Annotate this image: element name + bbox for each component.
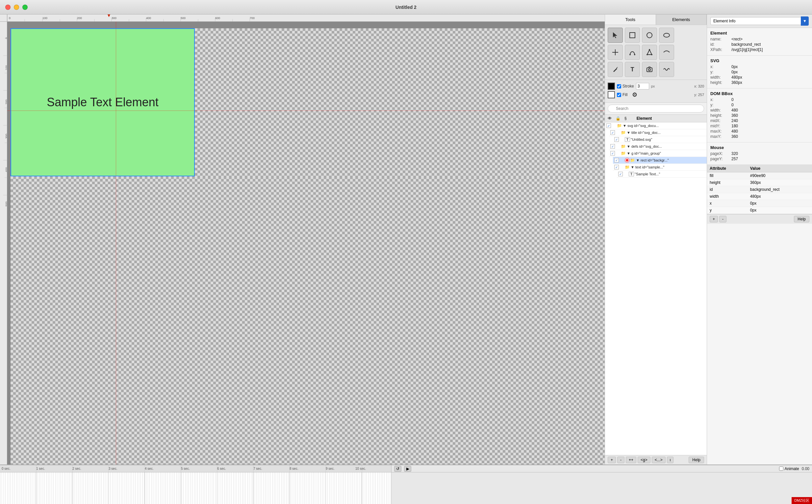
canvas-container[interactable]: 0 100 200 300 400 500 600 700 — [0, 14, 605, 465]
svg-width-value: 480px — [731, 75, 742, 80]
el-checkbox[interactable] — [610, 151, 615, 156]
tool-row-3: T — [608, 62, 704, 77]
fill-color-swatch[interactable] — [608, 91, 615, 98]
circle-tool[interactable] — [642, 28, 657, 43]
timeline-label-0: 0 sec. — [2, 467, 11, 470]
timeline-right: ↺ ▶ Animate 0.00 — [392, 465, 812, 504]
el-checkbox[interactable] — [618, 172, 623, 176]
text-tool-icon: T — [631, 66, 634, 73]
el-label: "Sample Text..." — [635, 172, 705, 176]
list-item[interactable]: 📁 ▼ rect id="backgr..." — [613, 157, 707, 164]
id-value: background_rect — [731, 42, 761, 47]
list-item[interactable]: T "Sample Text..." — [617, 171, 707, 178]
el-checkbox[interactable] — [614, 158, 619, 163]
remove-attr-button[interactable]: - — [719, 216, 726, 222]
bbox-y-value: 0 — [731, 103, 734, 107]
help-button[interactable]: Help — [689, 457, 704, 463]
stroke-color-swatch[interactable] — [608, 83, 615, 90]
timeline-label-2: 2 sec. — [72, 467, 81, 470]
attr-row[interactable]: fill#90ee90 — [707, 172, 812, 179]
attr-row[interactable]: x0px — [707, 200, 812, 207]
el-label: ▼ text id="sample..." — [631, 165, 705, 169]
svg-point-46 — [634, 54, 635, 55]
search-input[interactable] — [608, 105, 704, 113]
main-layout: 0 100 200 300 400 500 600 700 — [0, 14, 812, 504]
list-item[interactable]: 📁 ▼ g id="main_group" — [609, 150, 707, 157]
text-tool[interactable]: T — [625, 62, 640, 77]
ruler-top-svg: 0 100 200 300 400 500 600 700 — [7, 14, 605, 22]
attr-key-cell: x — [707, 200, 748, 207]
ellipse-tool[interactable] — [659, 28, 674, 43]
timeline-content[interactable]: // We'll generate these via JS below — [0, 472, 391, 504]
canvas-drawing-area[interactable]: Sample Text Element — [7, 22, 605, 465]
node2-tool[interactable] — [642, 45, 657, 60]
svg-y-row: y: 0px — [710, 70, 809, 74]
stroke-width-input[interactable] — [636, 83, 649, 89]
list-item[interactable]: T "Untitled.svg" — [613, 136, 707, 143]
attr-row[interactable]: width480px — [707, 193, 812, 200]
animate-checkbox[interactable] — [779, 466, 783, 471]
el-text-icon: T — [625, 137, 630, 142]
el-checkbox[interactable] — [610, 144, 615, 149]
stroke-checkbox[interactable] — [617, 84, 621, 88]
maximize-button[interactable] — [22, 5, 28, 10]
bbox-width-value: 480 — [731, 108, 738, 113]
value-col-header: Value — [748, 165, 812, 172]
replay-button[interactable]: ↺ — [394, 466, 401, 472]
fill-label: Fill — [622, 92, 627, 97]
attr-row[interactable]: y0px — [707, 207, 812, 214]
tab-tools[interactable]: Tools — [605, 14, 656, 25]
el-text-icon: T — [629, 172, 634, 176]
el-checkbox[interactable] — [614, 165, 619, 169]
close-button[interactable] — [5, 5, 11, 10]
node-tool[interactable] — [625, 45, 640, 60]
bbox-maxY-row: maxY: 360 — [710, 134, 809, 139]
attr-row[interactable]: height360px — [707, 179, 812, 186]
minimize-button[interactable] — [14, 5, 19, 10]
bbox-width-key: width: — [710, 108, 730, 113]
info-help-button[interactable]: Help — [794, 216, 809, 222]
remove-element-button[interactable]: - — [617, 457, 624, 463]
svg-point-47 — [647, 54, 648, 55]
pencil-tool[interactable] — [608, 62, 623, 77]
list-item[interactable]: 📁 ▼ title id="svg_doc... — [609, 129, 707, 136]
attributes-section: Attribute Value fill#90ee90height360pxid… — [707, 165, 812, 214]
svg-text:500: 500 — [181, 16, 186, 20]
ruler-left: 0 100 200 300 400 500 — [0, 22, 7, 465]
add-group-button[interactable]: ++ — [626, 457, 636, 463]
add-attr-button[interactable]: + — [710, 216, 718, 222]
add-dots-button[interactable]: <...> — [652, 457, 666, 463]
fill-checkbox[interactable] — [617, 93, 621, 97]
camera-tool[interactable] — [642, 62, 657, 77]
svg-point-41 — [647, 33, 652, 38]
list-item[interactable]: 📁 ▼ defs id="svg_doc... — [609, 143, 707, 150]
el-checkbox[interactable] — [610, 130, 615, 135]
list-item[interactable]: 📁 ▼ svg id="svg_docu... — [605, 122, 707, 129]
bbox-midY-value: 180 — [731, 124, 738, 128]
rect-tool[interactable] — [625, 28, 640, 43]
info-dropdown[interactable]: Element Info — [710, 17, 801, 25]
play-button[interactable]: ▶ — [404, 466, 411, 472]
add-g-button[interactable]: <g> — [638, 457, 650, 463]
el-label: ▼ g id="main_group" — [627, 151, 705, 155]
timeline-label-1: 1 sec. — [36, 467, 45, 470]
select-tool[interactable] — [608, 28, 623, 43]
bbox-width-row: width: 480 — [710, 108, 809, 113]
crosshair-vertical — [116, 22, 116, 465]
tab-elements[interactable]: Elements — [656, 14, 707, 25]
list-item[interactable]: 📁 ▼ text id="sample..." — [613, 164, 707, 171]
wave-tool[interactable] — [659, 62, 674, 77]
i-button[interactable]: ι — [667, 457, 674, 463]
curve-tool[interactable] — [659, 45, 674, 60]
el-checkbox[interactable] — [614, 137, 619, 142]
dropdown-arrow[interactable]: ▼ — [801, 16, 809, 26]
add-element-button[interactable]: + — [608, 457, 616, 463]
attr-row[interactable]: idbackground_rect — [707, 186, 812, 193]
mouse-pageY-key: pageY: — [710, 157, 730, 161]
el-checkbox[interactable] — [606, 123, 611, 128]
element-list[interactable]: 📁 ▼ svg id="svg_docu... 📁 ▼ title id="sv… — [605, 122, 707, 455]
window-controls — [5, 5, 28, 10]
cross-tool[interactable] — [608, 45, 623, 60]
gear-icon[interactable]: ⚙ — [632, 91, 637, 98]
svg-text:600: 600 — [215, 16, 220, 20]
